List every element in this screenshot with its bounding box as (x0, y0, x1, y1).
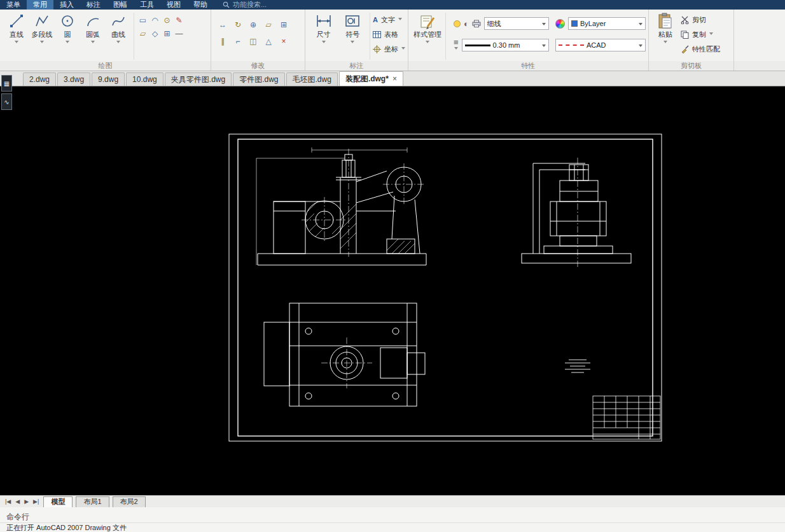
layer-dropdown[interactable]: ByLayer (568, 17, 646, 30)
copy-tool[interactable]: 复制 (681, 28, 720, 41)
chevron-down-icon[interactable] (351, 41, 354, 45)
doc-tab[interactable]: 毛坯图.dwg (286, 72, 338, 86)
chevron-down-icon[interactable] (40, 41, 44, 45)
layer-freeze-icon[interactable]: ◐ (464, 19, 469, 29)
layout-tab-layout2[interactable]: 布局2 (113, 496, 146, 507)
layout-tab-layout1[interactable]: 布局1 (76, 496, 109, 507)
layout-tab-model[interactable]: 模型 (43, 496, 73, 507)
symbol-tool[interactable]: 符号 (338, 11, 368, 45)
prev-layout-button[interactable]: ◀ (14, 498, 21, 505)
text-tool[interactable]: A 文字 (373, 13, 405, 26)
draw-tool-spline[interactable]: 曲线 (106, 11, 131, 45)
menu-tab-view[interactable]: 视图 (160, 0, 187, 10)
grid-array-icon[interactable]: ⊞ (276, 17, 291, 33)
doc-tab[interactable]: 9.dwg (92, 72, 125, 86)
sketch-icon[interactable]: ✎ (173, 13, 185, 27)
table-tool[interactable]: 表格 (373, 28, 405, 41)
panel-label-properties[interactable]: 特性 (408, 61, 648, 71)
menu-tab-help[interactable]: 帮助 (187, 0, 214, 10)
chevron-down-icon[interactable] (663, 41, 667, 45)
layer-color-controls: ByLayer (555, 15, 646, 32)
doc-tab-active[interactable]: 装配图.dwg* × (339, 71, 403, 86)
draw-tool-polyline[interactable]: 多段线 (29, 11, 55, 45)
rotate-icon[interactable]: ↻ (230, 17, 246, 33)
doc-tab[interactable]: 10.dwg (126, 72, 163, 86)
draw-tool-circle[interactable]: 圆 (55, 11, 80, 45)
display-mode-dropdown[interactable]: 细线 (484, 17, 549, 30)
draw-tool-line[interactable]: 直线 (4, 11, 29, 45)
chevron-down-icon[interactable] (322, 41, 326, 45)
chevron-down-icon[interactable] (116, 41, 120, 45)
cut-icon (681, 16, 689, 24)
mirror-icon[interactable]: ▱ (261, 17, 276, 33)
panel-label-annotate[interactable]: 标注 (305, 61, 408, 71)
doc-tab[interactable]: 2.dwg (23, 72, 56, 86)
close-icon[interactable]: × (392, 74, 397, 83)
doc-tab[interactable]: 夹具零件图.dwg (165, 72, 232, 86)
region-icon[interactable]: ⊞ (161, 27, 173, 40)
table-icon (373, 31, 381, 38)
palette-layers-icon[interactable]: ▦ (1, 75, 12, 92)
drawing-canvas[interactable] (0, 86, 785, 495)
linetype-dropdown[interactable]: ACAD (555, 39, 646, 51)
autocad-window: 菜单 常用 插入 标注 图幅 工具 视图 帮助 功能搜索... 直线 (0, 0, 785, 532)
arc-segment-icon[interactable]: ◠ (149, 13, 161, 27)
coordinate-tool[interactable]: 坐标 (373, 43, 405, 55)
display-mode-value: 细线 (487, 19, 501, 29)
properties-grid: ◐ 细线 ByLayer (454, 15, 646, 53)
chevron-down-icon[interactable] (709, 32, 713, 37)
lineweight-value: 0.30 mm (493, 41, 520, 49)
array-icon[interactable]: ⊕ (246, 17, 261, 33)
doc-tab[interactable]: 3.dwg (57, 72, 90, 86)
menu-tab-sheet[interactable]: 图幅 (107, 0, 134, 10)
match-properties-tool[interactable]: 特性匹配 (681, 43, 720, 55)
document-tabs: 2.dwg 3.dwg 9.dwg 10.dwg 夹具零件图.dwg 零件图.d… (0, 71, 785, 86)
draw-tool-label: 直线 (10, 30, 24, 39)
panel-label-draw[interactable]: 绘图 (0, 61, 211, 71)
stretch-icon[interactable]: ◫ (246, 33, 261, 50)
draw-tool-arc[interactable]: 圆弧 (80, 11, 106, 45)
chevron-down-icon[interactable] (91, 41, 95, 45)
scale-icon[interactable]: △ (261, 33, 276, 50)
menu-tab-tools[interactable]: 工具 (134, 0, 160, 10)
panel-label-clipboard[interactable]: 剪切板 (649, 61, 733, 71)
donut-icon[interactable]: ⊙ (161, 13, 173, 27)
chevron-down-icon[interactable] (398, 18, 402, 22)
menu-tab-insert[interactable]: 插入 (53, 0, 80, 10)
list-menu-icon[interactable]: ≡ (454, 39, 459, 51)
chevron-down-icon[interactable] (401, 47, 405, 51)
fillet-icon[interactable]: ⌐ (230, 33, 246, 50)
menu-button[interactable]: 菜单 (0, 0, 27, 10)
erase-icon[interactable]: × (276, 33, 291, 50)
menu-tab-annotate[interactable]: 标注 (80, 0, 107, 10)
palette-curve-icon[interactable]: ∿ (1, 93, 12, 110)
move-icon[interactable]: ↔ (215, 17, 230, 33)
plot-icon[interactable] (472, 20, 481, 27)
first-layout-button[interactable]: |◀ (4, 498, 12, 505)
copy-icon (681, 31, 689, 39)
lineweight-dropdown[interactable]: 0.30 mm (462, 39, 549, 51)
offset-icon[interactable]: ∥ (215, 33, 230, 50)
parallelogram-icon[interactable]: ▱ (137, 27, 149, 40)
cut-tool[interactable]: 剪切 (681, 13, 720, 26)
dimension-tool[interactable]: 尺寸 (309, 11, 338, 45)
layer-on-icon[interactable] (454, 20, 461, 27)
command-line-input[interactable]: 命令行 (0, 507, 785, 523)
text-label: 文字 (381, 15, 395, 25)
function-search[interactable]: 功能搜索... (223, 0, 267, 10)
doc-tab[interactable]: 零件图.dwg (233, 72, 284, 86)
polygon-icon[interactable]: ◇ (149, 27, 161, 40)
chevron-down-icon[interactable] (66, 41, 69, 45)
symbol-label: 符号 (345, 30, 359, 39)
color-wheel-icon[interactable] (555, 19, 565, 29)
panel-label-modify[interactable]: 修改 (211, 61, 305, 71)
rectangle-icon[interactable]: ▭ (137, 13, 149, 27)
last-layout-button[interactable]: ▶| (32, 498, 40, 505)
paste-tool[interactable]: 粘贴 (653, 11, 678, 45)
style-manager-tool[interactable]: 样式管理 (412, 11, 443, 45)
next-layout-button[interactable]: ▶ (23, 498, 30, 505)
menu-tab-home[interactable]: 常用 (27, 0, 53, 10)
chevron-down-icon[interactable] (426, 41, 429, 45)
chevron-down-icon[interactable] (15, 41, 18, 45)
construction-line-icon[interactable]: — (173, 27, 185, 40)
